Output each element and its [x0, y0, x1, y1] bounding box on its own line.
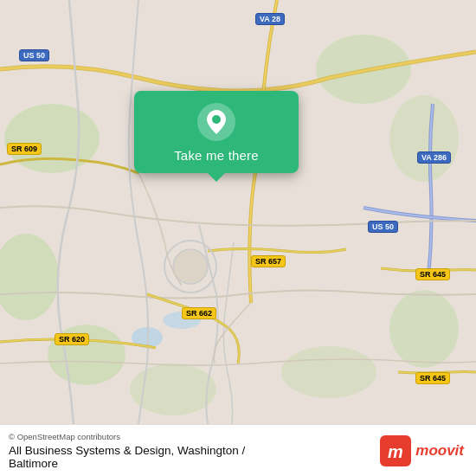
sr609-badge: SR 609: [7, 143, 42, 155]
business-name: All Business Systems & Design, Washingto…: [9, 444, 245, 470]
svg-point-12: [173, 249, 208, 284]
svg-text:m: m: [388, 442, 403, 461]
map-svg: [0, 0, 476, 424]
bottom-bar: © OpenStreetMap contributors All Busines…: [0, 424, 476, 476]
copyright-text: © OpenStreetMap contributors: [9, 432, 245, 441]
popup-label: Take me there: [174, 148, 259, 163]
sr620-badge: SR 620: [55, 333, 89, 345]
us50-left-badge: US 50: [19, 49, 49, 61]
take-me-there-popup[interactable]: Take me there: [134, 91, 299, 173]
moovit-icon: m: [380, 435, 411, 466]
va286-badge: VA 286: [417, 151, 451, 164]
sr662-badge: SR 662: [182, 307, 216, 319]
moovit-logo: m moovit: [380, 435, 464, 466]
svg-point-7: [281, 346, 376, 398]
moovit-text: moovit: [415, 442, 464, 460]
map-container: US 50 VA 28 SR 609 VA 286 US 50 SR 657 S…: [0, 0, 476, 424]
bottom-info: © OpenStreetMap contributors All Busines…: [9, 432, 245, 470]
svg-point-5: [389, 290, 459, 368]
svg-point-14: [212, 115, 221, 124]
svg-point-8: [389, 95, 459, 182]
sr645-bot-badge: SR 645: [415, 372, 450, 384]
sr645-top-badge: SR 645: [415, 268, 450, 280]
location-pin-icon: [197, 103, 235, 141]
svg-point-1: [4, 104, 100, 173]
us50-right-badge: US 50: [368, 221, 398, 233]
va28-badge: VA 28: [255, 13, 285, 25]
sr657-badge: SR 657: [251, 255, 286, 267]
